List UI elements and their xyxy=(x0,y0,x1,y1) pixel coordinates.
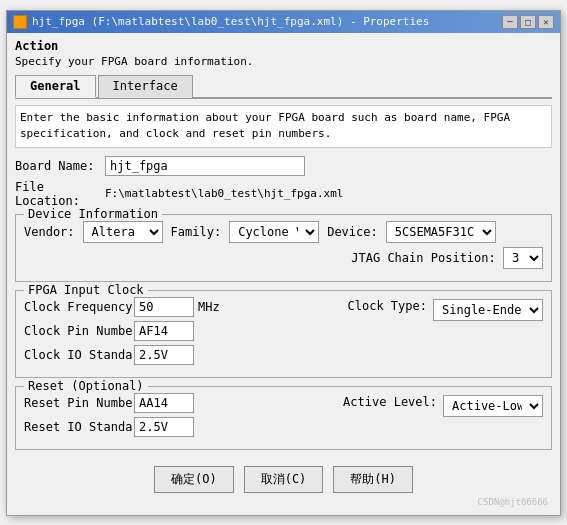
action-description: Specify your FPGA board information. xyxy=(15,55,552,68)
reset-pin-input[interactable] xyxy=(134,393,194,413)
maximize-button[interactable]: □ xyxy=(520,15,536,29)
file-location-label: File Location: xyxy=(15,180,105,208)
family-label: Family: xyxy=(171,225,222,239)
clock-io-label: Clock IO Standard: xyxy=(24,348,134,362)
reset-io-row: Reset IO Standard: xyxy=(24,417,194,437)
board-name-input[interactable] xyxy=(105,156,305,176)
description-text: Enter the basic information about your F… xyxy=(15,105,552,148)
clock-freq-row: Clock Frequency: MHz xyxy=(24,297,220,317)
jtag-label: JTAG Chain Position: xyxy=(351,251,496,265)
jtag-select[interactable]: 1 2 3 4 xyxy=(503,247,543,269)
device-info-title: Device Information xyxy=(24,207,162,221)
fpga-icon xyxy=(13,15,27,29)
reset-left: Reset Pin Number: Reset IO Standard: xyxy=(24,393,194,441)
tabs: General Interface xyxy=(15,74,552,99)
properties-window: hjt_fpga (F:\matlabtest\lab0_test\hjt_fp… xyxy=(6,10,561,516)
reset-pin-label: Reset Pin Number: xyxy=(24,396,134,410)
window-body: Action Specify your FPGA board informati… xyxy=(7,33,560,515)
family-select[interactable]: Cyclone V Cyclone IV xyxy=(229,221,319,243)
clock-io-input[interactable] xyxy=(134,345,194,365)
reset-group: Reset (Optional) Reset Pin Number: Reset… xyxy=(15,386,552,450)
clock-content: Clock Frequency: MHz Clock Pin Number: C… xyxy=(24,297,543,369)
vendor-select[interactable]: Altera Xilinx xyxy=(83,221,163,243)
reset-content: Reset Pin Number: Reset IO Standard: Act… xyxy=(24,393,543,441)
board-name-label: Board Name: xyxy=(15,159,105,173)
reset-pin-row: Reset Pin Number: xyxy=(24,393,194,413)
active-level-label: Active Level: xyxy=(343,395,437,409)
title-bar-left: hjt_fpga (F:\matlabtest\lab0_test\hjt_fp… xyxy=(13,15,429,29)
tab-general[interactable]: General xyxy=(15,75,96,98)
clock-pin-input[interactable] xyxy=(134,321,194,341)
fpga-clock-title: FPGA Input Clock xyxy=(24,283,148,297)
mhz-label: MHz xyxy=(198,300,220,314)
title-bar: hjt_fpga (F:\matlabtest\lab0_test\hjt_fp… xyxy=(7,11,560,33)
device-label: Device: xyxy=(327,225,378,239)
clock-type-select[interactable]: Single-Ended Differential xyxy=(433,299,543,321)
watermark: CSDN@hjt66666 xyxy=(15,497,552,507)
close-button[interactable]: ✕ xyxy=(538,15,554,29)
reset-title: Reset (Optional) xyxy=(24,379,148,393)
minimize-button[interactable]: ─ xyxy=(502,15,518,29)
help-button[interactable]: 帮助(H) xyxy=(333,466,413,493)
jtag-row: JTAG Chain Position: 1 2 3 4 xyxy=(24,247,543,269)
device-select[interactable]: 5CSEMA5F31C6 xyxy=(386,221,496,243)
bottom-buttons: 确定(O) 取消(C) 帮助(H) xyxy=(15,458,552,497)
reset-right: Active Level: Active-Low Active-High xyxy=(343,393,543,441)
clock-freq-label: Clock Frequency: xyxy=(24,300,134,314)
tab-interface[interactable]: Interface xyxy=(98,75,193,98)
board-name-row: Board Name: xyxy=(15,156,552,176)
device-info-group: Device Information Vendor: Altera Xilinx… xyxy=(15,214,552,282)
cancel-button[interactable]: 取消(C) xyxy=(244,466,324,493)
clock-io-row: Clock IO Standard: xyxy=(24,345,220,365)
window-title: hjt_fpga (F:\matlabtest\lab0_test\hjt_fp… xyxy=(32,15,429,28)
vendor-label: Vendor: xyxy=(24,225,75,239)
clock-left: Clock Frequency: MHz Clock Pin Number: C… xyxy=(24,297,220,369)
active-level-select[interactable]: Active-Low Active-High xyxy=(443,395,543,417)
reset-io-label: Reset IO Standard: xyxy=(24,420,134,434)
ok-button[interactable]: 确定(O) xyxy=(154,466,234,493)
fpga-clock-group: FPGA Input Clock Clock Frequency: MHz Cl… xyxy=(15,290,552,378)
clock-right: Clock Type: Single-Ended Differential xyxy=(348,297,543,369)
clock-type-label: Clock Type: xyxy=(348,299,427,313)
clock-pin-row: Clock Pin Number: xyxy=(24,321,220,341)
file-location-path: F:\matlabtest\lab0_test\hjt_fpga.xml xyxy=(105,187,343,200)
title-controls: ─ □ ✕ xyxy=(502,15,554,29)
reset-io-input[interactable] xyxy=(134,417,194,437)
clock-freq-input[interactable] xyxy=(134,297,194,317)
file-location-row: File Location: F:\matlabtest\lab0_test\h… xyxy=(15,180,552,208)
device-row-1: Vendor: Altera Xilinx Family: Cyclone V … xyxy=(24,221,543,243)
action-label: Action xyxy=(15,39,552,53)
clock-pin-label: Clock Pin Number: xyxy=(24,324,134,338)
